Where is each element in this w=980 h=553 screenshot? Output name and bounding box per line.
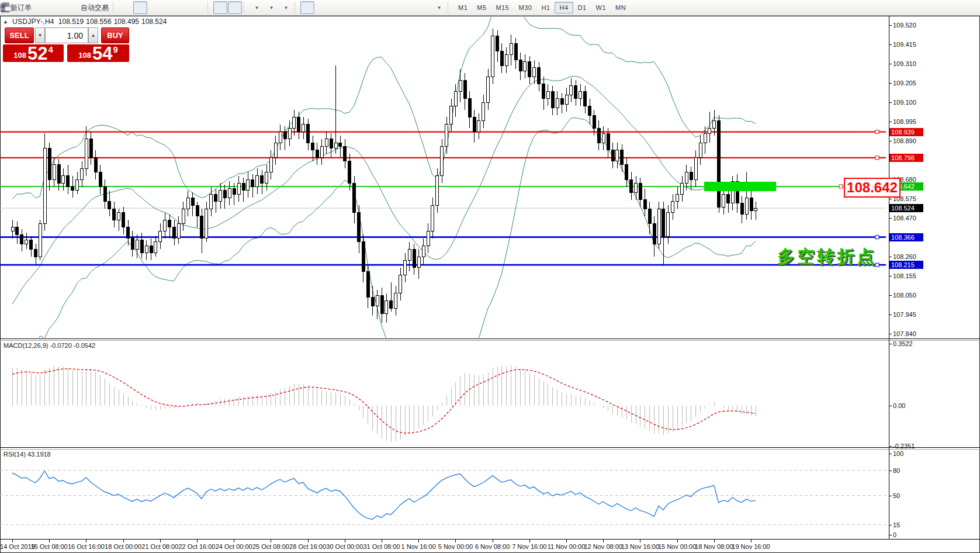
templates-button[interactable]: ▾ <box>279 1 293 14</box>
bollinger-lower-band[interactable] <box>12 117 756 338</box>
timeframe-button-mn[interactable]: MN <box>611 2 631 13</box>
hline-handle[interactable] <box>875 130 879 134</box>
horizontal-line-tool-button[interactable] <box>344 1 358 14</box>
candle-bearish <box>348 161 351 184</box>
candle-bearish <box>103 187 106 202</box>
cursor-tool-button[interactable] <box>300 1 314 14</box>
candle-bearish <box>496 36 499 51</box>
candle-bullish <box>247 179 250 191</box>
panel-separator[interactable] <box>0 338 980 339</box>
time-tick-mark <box>455 540 456 542</box>
line-chart-button[interactable] <box>148 1 162 14</box>
text-label-tool-button[interactable]: T <box>417 1 431 14</box>
toolbar-drag-handle[interactable] <box>113 2 116 13</box>
toolbar-drag-handle[interactable] <box>295 2 298 13</box>
price-tick-label: 107.945 <box>893 310 916 319</box>
indicators-dropdown-caret[interactable]: ▾ <box>255 5 258 11</box>
bollinger-middle-band[interactable] <box>12 77 756 304</box>
sell-button[interactable]: SELL <box>5 27 34 43</box>
zoom-out-button[interactable] <box>177 1 191 14</box>
timeframe-button-m15[interactable]: M15 <box>491 2 514 13</box>
zoom-in-button[interactable] <box>162 1 176 14</box>
bar-chart-button[interactable] <box>119 1 133 14</box>
candlestick-chart-button[interactable] <box>133 1 147 14</box>
periods-button[interactable]: ▾ <box>264 1 278 14</box>
candle-bullish <box>556 99 559 108</box>
candle-bullish <box>334 143 337 148</box>
candle-bearish <box>127 227 130 239</box>
auto-scroll-button[interactable] <box>213 1 227 14</box>
chart-text-annotation[interactable]: 多空转折点 <box>777 245 877 269</box>
price-tick-mark <box>889 122 892 122</box>
arrows-tool-button[interactable]: ▾ <box>432 1 446 14</box>
rsi-panel[interactable] <box>0 450 889 539</box>
ohlc-low: 108.495 <box>114 18 139 26</box>
toolbar-drag-handle[interactable] <box>207 2 211 13</box>
channel-tool-button[interactable]: E <box>373 1 387 14</box>
collapse-quotes-icon[interactable]: ▲ <box>3 19 8 25</box>
candle-bearish <box>71 187 74 191</box>
time-tick-mark <box>49 540 50 542</box>
hline-handle[interactable] <box>839 185 843 188</box>
timeframe-button-m1[interactable]: M1 <box>453 2 472 13</box>
trendline-tool-button[interactable] <box>359 1 373 14</box>
vertical-line-tool-button[interactable] <box>330 1 344 14</box>
rsi-label: RSI(14) 43.1918 <box>4 451 51 458</box>
macd-signal-line[interactable] <box>12 369 756 433</box>
time-axis-label: 16 Oct 16:00 <box>68 543 105 550</box>
price-callout-box[interactable]: 108.642 <box>844 178 901 198</box>
candle-bullish <box>279 132 282 143</box>
volume-input[interactable]: 1.00 <box>45 27 88 43</box>
candle-bearish <box>108 202 111 209</box>
time-tick-mark <box>271 540 271 542</box>
candle-bullish <box>510 43 512 54</box>
profile-button[interactable] <box>49 1 63 14</box>
candle-bullish <box>602 133 605 143</box>
candle-bullish <box>459 80 462 91</box>
panel-separator[interactable] <box>0 447 980 448</box>
autotrading-button[interactable]: 自动交易 <box>78 1 111 14</box>
candle-bullish <box>505 54 508 65</box>
chat-icon[interactable] <box>0 2 13 13</box>
tile-windows-button[interactable] <box>192 1 206 14</box>
timeframe-button-w1[interactable]: W1 <box>591 2 611 13</box>
indicators-button[interactable]: ▾ <box>250 1 264 14</box>
highlight-rectangle[interactable] <box>704 182 776 191</box>
macd-panel[interactable] <box>0 341 889 447</box>
timeframe-button-d1[interactable]: D1 <box>573 2 591 13</box>
timeframe-button-h1[interactable]: H1 <box>536 2 555 13</box>
candle-bullish <box>394 293 397 308</box>
text-tool-button[interactable]: A <box>403 1 417 14</box>
buy-price-quote[interactable]: 108 54 9 <box>67 44 129 62</box>
price-tick-mark <box>889 218 892 219</box>
candle-bullish <box>136 240 138 250</box>
timeframe-button-h4[interactable]: H4 <box>555 2 573 13</box>
gold-button[interactable] <box>34 1 49 14</box>
timeframe-button-m5[interactable]: M5 <box>472 2 491 13</box>
periods-dropdown-caret[interactable]: ▾ <box>270 5 273 11</box>
toolbar-drag-handle[interactable] <box>244 2 247 13</box>
buy-button[interactable]: BUY <box>101 27 129 43</box>
sell-price-quote[interactable]: 108 52 4 <box>3 44 64 62</box>
candle-bullish <box>399 275 402 293</box>
hline-handle[interactable] <box>875 236 879 239</box>
volume-increase-button[interactable]: ▲ <box>88 27 98 43</box>
price-tick-label: 109.415 <box>893 40 916 49</box>
chart-shift-button[interactable] <box>228 1 242 14</box>
toolbar-drag-handle[interactable] <box>448 2 451 13</box>
price-tick-label: 108.260 <box>893 253 916 261</box>
fibonacci-tool-button[interactable]: F <box>388 1 402 14</box>
candlestick-chart[interactable] <box>0 16 889 338</box>
hline-handle[interactable] <box>875 156 879 160</box>
candle-bearish <box>362 242 365 271</box>
templates-dropdown-caret[interactable]: ▾ <box>285 5 288 11</box>
signals-button[interactable] <box>64 1 78 14</box>
candle-bearish <box>740 203 743 215</box>
timeframe-button-m30[interactable]: M30 <box>514 2 536 13</box>
candle-bullish <box>76 179 79 191</box>
autotrading-label: 自动交易 <box>81 3 109 13</box>
crosshair-tool-button[interactable] <box>315 1 329 14</box>
candle-bearish <box>307 125 310 143</box>
arrows-dropdown-caret[interactable]: ▾ <box>438 5 441 11</box>
volume-decrease-button[interactable]: ▼ <box>35 27 45 43</box>
